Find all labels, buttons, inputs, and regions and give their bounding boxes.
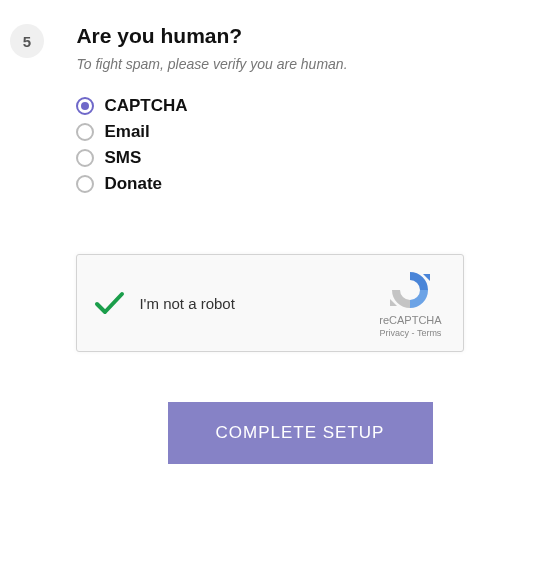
option-captcha[interactable]: CAPTCHA (76, 96, 496, 116)
page-subtitle: To fight spam, please verify you are hum… (76, 56, 496, 72)
recaptcha-text: I'm not a robot (139, 295, 371, 312)
radio-icon (76, 123, 94, 141)
radio-icon (76, 149, 94, 167)
recaptcha-terms-link[interactable]: Terms (417, 328, 442, 338)
recaptcha-branding: reCAPTCHA Privacy - Terms (371, 268, 449, 338)
page-title: Are you human? (76, 24, 496, 48)
recaptcha-logo-icon (388, 268, 432, 312)
option-label: Donate (104, 174, 162, 194)
option-email[interactable]: Email (76, 122, 496, 142)
option-sms[interactable]: SMS (76, 148, 496, 168)
radio-icon (76, 97, 94, 115)
recaptcha-privacy-link[interactable]: Privacy (380, 328, 410, 338)
option-label: CAPTCHA (104, 96, 187, 116)
verification-options: CAPTCHA Email SMS Donate (76, 96, 496, 194)
recaptcha-widget[interactable]: I'm not a robot reCAPTCHA Privacy - Term… (76, 254, 464, 352)
option-label: SMS (104, 148, 141, 168)
checkmark-icon (91, 285, 127, 321)
recaptcha-brand: reCAPTCHA (371, 314, 449, 326)
step-number: 5 (10, 24, 44, 58)
option-donate[interactable]: Donate (76, 174, 496, 194)
option-label: Email (104, 122, 149, 142)
radio-icon (76, 175, 94, 193)
complete-setup-button[interactable]: COMPLETE SETUP (168, 402, 433, 464)
